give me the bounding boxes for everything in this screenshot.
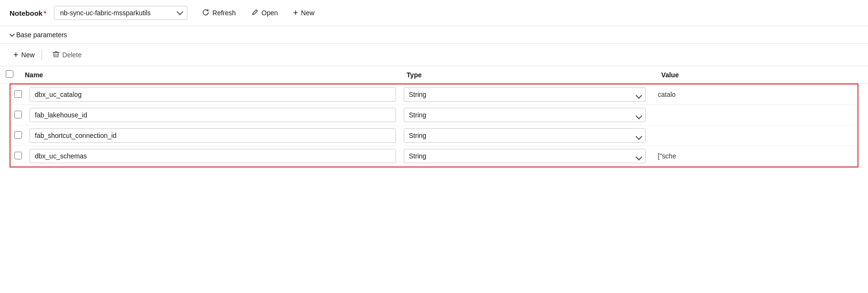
row-type-select-0[interactable]: StringIntBoolFloat — [404, 87, 646, 102]
table-wrapper: Name Type Value StringIntBoolFloat ca — [0, 66, 868, 167]
row-type-select-3[interactable]: StringIntBoolFloat — [404, 149, 646, 163]
row-value-2 — [653, 129, 663, 142]
base-params-header[interactable]: Base parameters — [10, 31, 858, 39]
notebook-dropdown-value: nb-sync-uc-fabric-mssparkutils — [60, 9, 151, 17]
table-row: StringIntBoolFloat — [10, 126, 858, 146]
params-plus-icon: + — [13, 51, 19, 59]
params-toolbar: + New Delete — [0, 44, 868, 66]
row-value-0: catalo — [653, 88, 680, 101]
base-params-label: Base parameters — [16, 31, 67, 39]
table-row: StringIntBoolFloat ["sche — [10, 146, 858, 167]
params-rows-table: StringIntBoolFloat catalo StringIntBoolF… — [10, 84, 858, 167]
toolbar-divider — [42, 49, 42, 61]
notebook-label: Notebook* — [10, 9, 46, 17]
toolbar-actions: Refresh Open + New — [199, 7, 317, 20]
new-label: New — [301, 9, 314, 17]
table-header-row: Name Type Value — [0, 66, 868, 84]
row-value-1 — [653, 108, 663, 122]
collapse-icon — [10, 31, 15, 37]
header-checkbox-cell — [0, 66, 19, 84]
row-checkbox-1[interactable] — [14, 111, 22, 118]
refresh-label: Refresh — [212, 9, 236, 17]
row-type-select-2[interactable]: StringIntBoolFloat — [404, 128, 646, 143]
refresh-icon — [202, 9, 209, 18]
row-value-3: ["sche — [653, 149, 681, 163]
row-type-select-1[interactable]: StringIntBoolFloat — [404, 108, 646, 122]
highlighted-rows: StringIntBoolFloat catalo StringIntBoolF… — [10, 84, 858, 167]
row-checkbox-0[interactable] — [14, 90, 22, 98]
chevron-down-icon — [177, 9, 183, 15]
notebook-dropdown[interactable]: nb-sync-uc-fabric-mssparkutils — [54, 6, 188, 20]
params-new-label: New — [21, 51, 35, 59]
open-button[interactable]: Open — [248, 7, 281, 20]
row-name-input-3[interactable] — [30, 149, 396, 163]
params-delete-button[interactable]: Delete — [49, 49, 85, 61]
row-checkbox-3[interactable] — [14, 152, 22, 159]
header-new-button[interactable]: + New — [290, 7, 317, 19]
params-delete-label: Delete — [63, 51, 82, 59]
plus-icon: + — [293, 9, 298, 17]
open-label: Open — [261, 9, 278, 17]
table-row: StringIntBoolFloat — [10, 105, 858, 126]
refresh-button[interactable]: Refresh — [199, 7, 239, 20]
open-icon — [251, 9, 259, 18]
base-params-section: Base parameters — [0, 26, 868, 44]
row-name-input-2[interactable] — [30, 128, 396, 143]
trash-icon — [52, 51, 60, 59]
svg-rect-0 — [53, 52, 58, 57]
col-header-type: Type — [401, 66, 656, 84]
col-header-value: Value — [656, 66, 868, 84]
select-all-checkbox[interactable] — [6, 70, 13, 78]
params-new-button[interactable]: + New — [10, 49, 39, 61]
top-bar: Notebook* nb-sync-uc-fabric-mssparkutils… — [0, 0, 868, 26]
row-name-input-0[interactable] — [30, 87, 396, 102]
row-checkbox-2[interactable] — [14, 131, 22, 139]
table-row: StringIntBoolFloat catalo — [10, 84, 858, 105]
row-name-input-1[interactable] — [30, 108, 396, 122]
col-header-name: Name — [19, 66, 401, 84]
params-table: Name Type Value — [0, 66, 868, 84]
required-star: * — [43, 9, 46, 17]
